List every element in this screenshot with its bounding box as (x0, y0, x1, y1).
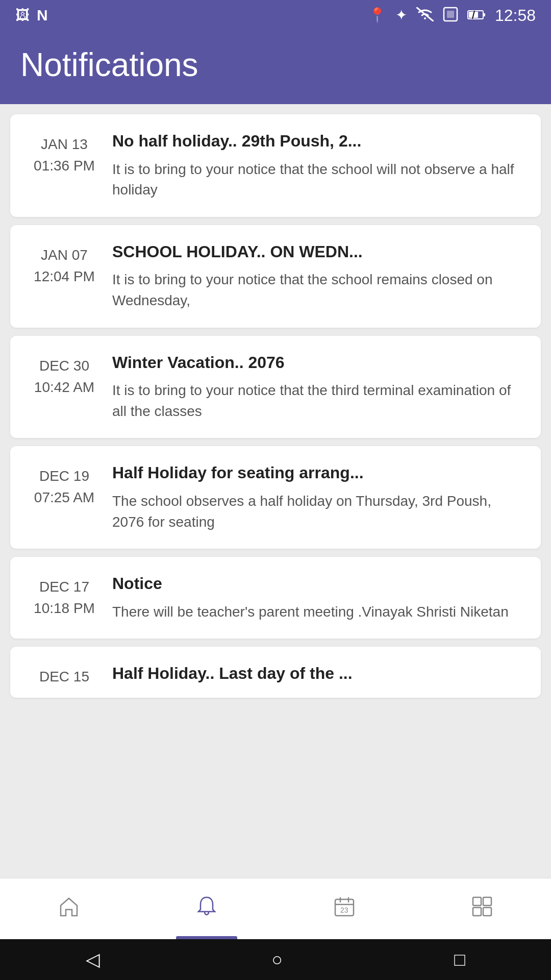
notification-date-2: DEC 30 10:42 AM (29, 352, 100, 398)
notification-date-5: DEC 15 (29, 663, 100, 688)
notification-body-1: It is to bring to your notice that the s… (112, 270, 522, 311)
notification-title-3: Half Holiday for seating arrang... (112, 462, 522, 484)
notification-content-0: No half holiday.. 29th Poush, 2... It is… (112, 131, 522, 201)
nav-menu[interactable] (413, 878, 551, 939)
notification-date-4: DEC 17 10:18 PM (29, 573, 100, 619)
svg-rect-14 (473, 908, 481, 916)
grid-icon (471, 895, 493, 923)
location-icon: 📍 (368, 8, 386, 22)
svg-text:23: 23 (340, 906, 348, 914)
notification-date-1: JAN 07 12:04 PM (29, 241, 100, 287)
nav-calendar[interactable]: 23 (276, 878, 413, 939)
svg-rect-2 (447, 11, 454, 18)
notification-date-3: DEC 19 07:25 AM (29, 462, 100, 508)
back-button[interactable]: ◁ (86, 949, 100, 970)
status-left-icons: 🖼 N (15, 8, 48, 23)
battery-icon (467, 8, 486, 22)
notification-title-2: Winter Vacation.. 2076 (112, 352, 522, 374)
notification-content-3: Half Holiday for seating arrang... The s… (112, 462, 522, 532)
notification-body-4: There will be teacher's parent meeting .… (112, 602, 522, 623)
notification-card-3[interactable]: DEC 19 07:25 AM Half Holiday for seating… (10, 446, 541, 549)
bottom-nav: 23 (0, 878, 551, 939)
svg-rect-4 (483, 13, 485, 16)
svg-rect-13 (483, 897, 491, 905)
notification-card-4[interactable]: DEC 17 10:18 PM Notice There will be tea… (10, 557, 541, 639)
page-title: Notifications (20, 46, 531, 84)
notification-card-1[interactable]: JAN 07 12:04 PM SCHOOL HOLIDAY.. ON WEDN… (10, 225, 541, 328)
notification-body-0: It is to bring to your notice that the s… (112, 159, 522, 201)
notification-content-5: Half Holiday.. Last day of the ... (112, 663, 522, 692)
svg-rect-12 (473, 897, 481, 905)
notification-card-0[interactable]: JAN 13 01:36 PM No half holiday.. 29th P… (10, 114, 541, 217)
n-icon: N (37, 8, 48, 23)
page-header: Notifications (0, 31, 551, 104)
notification-body-2: It is to bring to your notice that the t… (112, 380, 522, 422)
photo-icon: 🖼 (15, 8, 30, 22)
status-time: 12:58 (495, 6, 536, 25)
home-button[interactable]: ○ (271, 949, 283, 970)
notification-content-2: Winter Vacation.. 2076 It is to bring to… (112, 352, 522, 422)
nav-notifications[interactable] (138, 878, 276, 939)
svg-rect-15 (483, 908, 491, 916)
home-icon (58, 895, 80, 923)
notification-title-5: Half Holiday.. Last day of the ... (112, 663, 522, 684)
system-nav: ◁ ○ □ (0, 939, 551, 980)
notification-card-5[interactable]: DEC 15 Half Holiday.. Last day of the ..… (10, 647, 541, 698)
notifications-list: JAN 13 01:36 PM No half holiday.. 29th P… (0, 104, 551, 980)
sim-icon (443, 7, 458, 24)
notification-card-2[interactable]: DEC 30 10:42 AM Winter Vacation.. 2076 I… (10, 336, 541, 438)
notification-content-4: Notice There will be teacher's parent me… (112, 573, 522, 622)
notification-content-1: SCHOOL HOLIDAY.. ON WEDN... It is to bri… (112, 241, 522, 311)
notification-date-0: JAN 13 01:36 PM (29, 131, 100, 177)
notification-title-1: SCHOOL HOLIDAY.. ON WEDN... (112, 241, 522, 263)
wifi-icon (416, 7, 434, 24)
nav-home[interactable] (0, 878, 138, 939)
bluetooth-icon: ✦ (395, 8, 407, 22)
notification-title-0: No half holiday.. 29th Poush, 2... (112, 131, 522, 152)
bell-icon (195, 895, 218, 923)
status-bar: 🖼 N 📍 ✦ 12:58 (0, 0, 551, 31)
notification-title-4: Notice (112, 573, 522, 595)
calendar-icon: 23 (333, 895, 356, 923)
recent-button[interactable]: □ (454, 949, 465, 970)
notification-body-3: The school observes a half holiday on Th… (112, 491, 522, 532)
